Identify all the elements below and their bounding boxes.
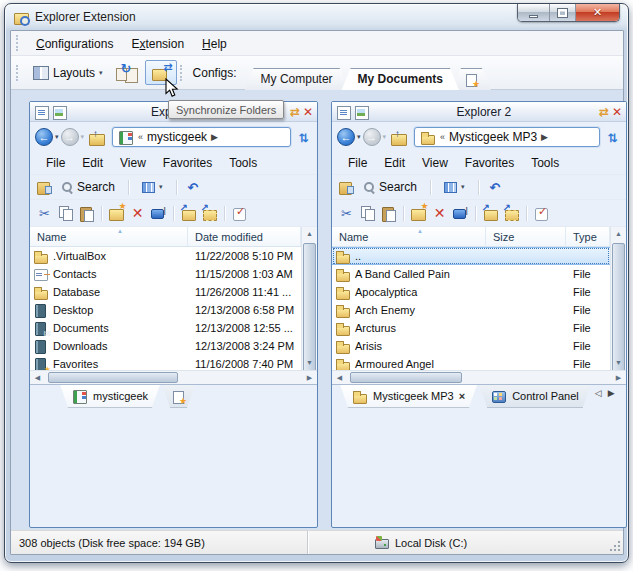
- scrollbar-thumb[interactable]: [48, 372, 178, 383]
- file-row[interactable]: ArcturusFile: [332, 319, 610, 337]
- horizontal-scrollbar[interactable]: ◀▶: [30, 370, 317, 385]
- paste-button[interactable]: [77, 204, 96, 223]
- tab-scroll-left-icon[interactable]: ◁: [595, 388, 602, 398]
- copy-to-folder-button[interactable]: [481, 204, 500, 223]
- menu-configurations[interactable]: Configurations: [27, 34, 122, 54]
- scroll-up-icon[interactable]: ▲: [611, 227, 626, 241]
- swap-panes-icon[interactable]: ⇄: [599, 105, 609, 119]
- close-tab-icon[interactable]: ×: [459, 390, 465, 402]
- column-header-type[interactable]: Type: [566, 227, 610, 246]
- scroll-right-icon[interactable]: ▶: [302, 371, 317, 384]
- forward-button[interactable]: →: [61, 128, 79, 146]
- file-row[interactable]: ★Favorites11/16/2008 7:40 PM: [30, 355, 301, 370]
- minimize-button[interactable]: [518, 4, 549, 21]
- new-folder-button[interactable]: [409, 204, 428, 223]
- forward-dropdown-icon[interactable]: ▾: [81, 133, 85, 141]
- file-row[interactable]: Arch EnemyFile: [332, 301, 610, 319]
- move-to-folder-button[interactable]: [502, 204, 521, 223]
- forward-button[interactable]: →: [363, 128, 381, 146]
- tab-control-panel[interactable]: Control Panel: [479, 385, 591, 408]
- menu-favorites[interactable]: Favorites: [457, 154, 522, 172]
- views-button[interactable]: ▾: [438, 178, 471, 197]
- back-button[interactable]: ←: [337, 128, 355, 146]
- file-row[interactable]: Downloads12/13/2008 3:24 PM: [30, 337, 301, 355]
- scrollbar-thumb[interactable]: [612, 243, 625, 370]
- synchronize-names-button[interactable]: [109, 59, 145, 86]
- scroll-up-icon[interactable]: ▲: [302, 227, 317, 241]
- undo-button[interactable]: [486, 178, 505, 197]
- menu-tools[interactable]: Tools: [221, 154, 265, 172]
- image-view-icon[interactable]: [354, 105, 369, 119]
- views-button[interactable]: ▾: [136, 178, 169, 197]
- cut-button[interactable]: [337, 204, 356, 223]
- address-bar[interactable]: «mysticgeek▶: [112, 127, 291, 147]
- column-header-size[interactable]: Size: [486, 227, 566, 246]
- file-row[interactable]: Contacts11/15/2008 1:03 AM: [30, 265, 301, 283]
- swap-panes-icon[interactable]: ⇄: [290, 105, 300, 119]
- tab-scroll-right-icon[interactable]: ▶: [608, 388, 615, 398]
- scroll-left-icon[interactable]: ◀: [332, 371, 347, 384]
- menu-tools[interactable]: Tools: [523, 154, 567, 172]
- layouts-button[interactable]: Layouts ▾: [27, 62, 109, 84]
- window-titlebar[interactable]: Explorer Extension ✕: [5, 4, 628, 30]
- column-header-name[interactable]: Name: [30, 227, 188, 246]
- address-bar[interactable]: «Mysticgeek MP3▶: [414, 127, 600, 147]
- up-button[interactable]: [88, 130, 105, 145]
- tab-mysticgeek-mp3[interactable]: Mysticgeek MP3×: [340, 385, 477, 408]
- folders-button[interactable]: [36, 180, 52, 194]
- close-pane-icon[interactable]: ✕: [303, 105, 313, 119]
- cut-button[interactable]: [35, 204, 54, 223]
- image-view-icon[interactable]: [52, 105, 67, 119]
- close-button[interactable]: ✕: [576, 4, 619, 21]
- column-header-name[interactable]: Name: [332, 227, 486, 246]
- menu-edit[interactable]: Edit: [376, 154, 413, 172]
- forward-dropdown-icon[interactable]: ▾: [383, 133, 387, 141]
- file-row[interactable]: Armoured AngelFile: [332, 355, 610, 370]
- menu-view[interactable]: View: [414, 154, 456, 172]
- file-row[interactable]: Desktop12/13/2008 6:58 PM: [30, 301, 301, 319]
- scroll-right-icon[interactable]: ▶: [611, 371, 626, 384]
- menu-favorites[interactable]: Favorites: [155, 154, 220, 172]
- tab-mysticgeek[interactable]: mysticgeek: [60, 385, 160, 408]
- new-tab-button[interactable]: [162, 385, 195, 408]
- file-row[interactable]: ▤Documents12/13/2008 12:55 ...: [30, 319, 301, 337]
- scroll-down-icon[interactable]: ▼: [302, 356, 317, 370]
- new-folder-button[interactable]: [107, 204, 126, 223]
- horizontal-scrollbar[interactable]: ◀▶: [332, 370, 626, 385]
- list-view-icon[interactable]: [34, 105, 49, 119]
- copy-button[interactable]: [56, 204, 75, 223]
- list-view-icon[interactable]: [336, 105, 351, 119]
- refresh-button[interactable]: [296, 128, 312, 146]
- menu-file[interactable]: File: [38, 154, 73, 172]
- select-items-button[interactable]: [532, 204, 551, 223]
- folders-button[interactable]: [338, 180, 354, 194]
- file-row[interactable]: A Band Called PainFile: [332, 265, 610, 283]
- delete-button[interactable]: [128, 204, 147, 223]
- scrollbar-thumb[interactable]: [350, 372, 462, 383]
- vertical-scrollbar[interactable]: ▲▼: [301, 227, 317, 370]
- close-pane-icon[interactable]: ✕: [612, 105, 622, 119]
- file-row[interactable]: ApocalypticaFile: [332, 283, 610, 301]
- config-tab-my-computer[interactable]: My Computer: [245, 68, 349, 90]
- scroll-left-icon[interactable]: ◀: [30, 371, 45, 384]
- file-row[interactable]: ..: [332, 247, 610, 265]
- menu-edit[interactable]: Edit: [74, 154, 111, 172]
- scrollbar-thumb[interactable]: [303, 243, 316, 370]
- search-button[interactable]: Search: [56, 176, 121, 198]
- new-config-tab-button[interactable]: [452, 68, 491, 90]
- back-dropdown-icon[interactable]: ▾: [357, 133, 361, 141]
- move-to-folder-button[interactable]: [200, 204, 219, 223]
- copy-to-folder-button[interactable]: [179, 204, 198, 223]
- config-tab-my-documents[interactable]: My Documents: [342, 68, 459, 90]
- up-button[interactable]: [390, 130, 407, 145]
- back-dropdown-icon[interactable]: ▾: [55, 133, 59, 141]
- copy-button[interactable]: [358, 204, 377, 223]
- file-row[interactable]: Database11/26/2008 11:41 ...: [30, 283, 301, 301]
- menu-help[interactable]: Help: [193, 34, 236, 54]
- menu-file[interactable]: File: [340, 154, 375, 172]
- rename-button[interactable]: [149, 204, 168, 223]
- resize-grip[interactable]: [608, 539, 620, 551]
- file-row[interactable]: ArisisFile: [332, 337, 610, 355]
- paste-button[interactable]: [379, 204, 398, 223]
- back-button[interactable]: ←: [35, 128, 53, 146]
